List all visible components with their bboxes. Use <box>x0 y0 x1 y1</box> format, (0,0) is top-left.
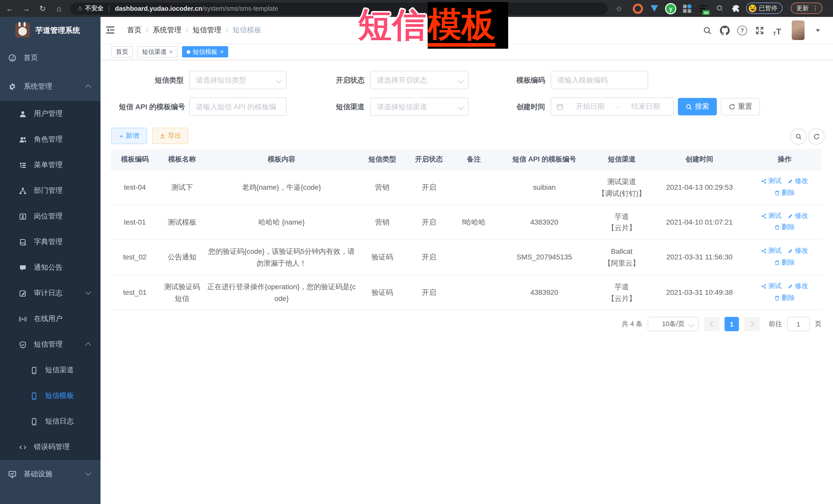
close-icon[interactable]: × <box>220 49 223 55</box>
phone-icon <box>30 417 38 426</box>
extension-list-on-icon[interactable]: on <box>698 3 709 14</box>
sidebar-item-home[interactable]: 首页 <box>0 44 100 72</box>
tab-sms-template[interactable]: 短信模板 × <box>182 46 228 57</box>
sidebar-item-sms[interactable]: 短信管理 <box>0 332 100 357</box>
sms-type-select[interactable] <box>189 71 287 89</box>
table-row: test-04 测试下 老鸡{name}，牛逼{code} 营销 开启 suib… <box>111 170 822 205</box>
user-avatar[interactable] <box>792 21 805 40</box>
sidebar-item-departments[interactable]: 部门管理 <box>0 178 100 203</box>
browser-update-button[interactable]: 更新 ⋮ <box>791 3 823 14</box>
col-template-content: 模板内容 <box>205 149 358 170</box>
browser-reload-button[interactable]: ↻ <box>36 0 49 17</box>
browser-home-button[interactable]: ⌂ <box>52 0 66 17</box>
address-bar[interactable]: ⚠ 不安全 | dashboard.yudao.iocoder.cn /syst… <box>70 2 608 15</box>
extension-green-y-icon[interactable]: y <box>665 3 676 14</box>
emoji-avatar-icon <box>748 4 756 12</box>
export-button[interactable]: 导出 <box>152 128 188 144</box>
app-logo[interactable]: 芋道管理系统 <box>0 17 100 44</box>
text-size-icon[interactable]: TT <box>771 24 783 36</box>
browser-back-button[interactable]: ← <box>3 0 17 17</box>
sidebar-collapse-button[interactable] <box>106 26 115 34</box>
search-icon <box>795 133 802 140</box>
test-link[interactable]: 测试 <box>761 246 782 256</box>
status-select[interactable] <box>370 71 469 89</box>
delete-link[interactable]: 删除 <box>774 222 795 233</box>
refresh-icon <box>729 103 735 110</box>
plus-icon: + <box>119 132 123 140</box>
goto-label: 前往 <box>769 319 782 329</box>
url-path: /system/sms/sms-template <box>202 5 278 12</box>
sidebar-item-sms-template[interactable]: 短信模板 <box>0 383 100 409</box>
extension-orange-ring-icon[interactable] <box>632 3 644 14</box>
sidebar-item-notice[interactable]: 通知公告 <box>0 255 100 281</box>
github-icon[interactable] <box>719 24 731 36</box>
extension-blue-gem-icon[interactable] <box>649 3 660 14</box>
current-page-button[interactable]: 1 <box>724 317 739 331</box>
start-date-placeholder[interactable]: 开始日期 <box>568 102 613 111</box>
system-submenu: 用户管理 角色管理 菜单管理 部门管理 <box>0 101 100 460</box>
help-icon[interactable]: ? <box>736 24 748 36</box>
channel-select[interactable] <box>370 97 469 116</box>
edit-link[interactable]: 修改 <box>788 281 808 292</box>
delete-link[interactable]: 删除 <box>774 187 795 198</box>
bookmark-star-icon[interactable]: ☆ <box>612 0 625 17</box>
close-icon[interactable]: × <box>169 49 173 55</box>
extension-grid-icon[interactable] <box>682 3 693 14</box>
url-divider: | <box>108 5 110 12</box>
sidebar-item-sms-channel[interactable]: 短信渠道 <box>0 357 100 383</box>
sidebar-item-audit-log[interactable]: 审计日志 <box>0 281 100 306</box>
sidebar-item-error-codes[interactable]: 错误码管理 <box>0 434 100 460</box>
sidebar-item-sms-log[interactable]: 短信日志 <box>0 409 100 434</box>
extensions-puzzle-icon[interactable] <box>731 3 742 14</box>
end-date-placeholder[interactable]: 结束日期 <box>623 102 668 111</box>
fullscreen-icon[interactable] <box>754 24 766 36</box>
breadcrumb-system[interactable]: 系统管理 <box>153 26 182 35</box>
sidebar-item-posts[interactable]: 岗位管理 <box>0 203 100 229</box>
test-link[interactable]: 测试 <box>761 176 782 187</box>
tab-home[interactable]: 首页 <box>111 46 133 57</box>
delete-link[interactable]: 删除 <box>774 257 795 268</box>
table-row: test_02 公告通知 您的验证码{code}，该验证码5分钟内有效，请勿泄漏… <box>111 239 822 275</box>
url-domain: dashboard.yudao.iocoder.cn <box>115 5 202 12</box>
pagination-total: 共 4 条 <box>622 319 643 329</box>
search-icon[interactable] <box>701 24 713 36</box>
browser-forward-button[interactable]: → <box>20 0 33 17</box>
reset-button[interactable]: 重置 <box>721 98 760 115</box>
template-code-input[interactable] <box>551 71 648 89</box>
profile-paused-badge[interactable]: 已暂停 <box>746 3 783 14</box>
sidebar-item-users[interactable]: 用户管理 <box>0 101 100 127</box>
sidebar-item-menus[interactable]: 菜单管理 <box>0 152 100 178</box>
page-size-select[interactable]: 10条/页 <box>648 317 699 331</box>
app-title: 芋道管理系统 <box>35 25 80 35</box>
top-navbar: 首页 / 系统管理 / 短信管理 / 短信模板 ? TT <box>100 17 833 44</box>
sidebar-item-roles[interactable]: 角色管理 <box>0 127 100 152</box>
search-button[interactable]: 搜索 <box>678 98 717 115</box>
goto-page-input[interactable] <box>787 317 810 331</box>
sidebar-item-online-users[interactable]: 在线用户 <box>0 306 100 332</box>
tab-sms-channel[interactable]: 短信渠道 × <box>137 46 177 57</box>
menu-tree-icon <box>19 161 27 169</box>
avatar-caret-down-icon[interactable] <box>816 29 820 31</box>
add-button[interactable]: + 新增 <box>111 128 147 144</box>
edit-link[interactable]: 修改 <box>788 211 808 221</box>
toggle-search-button[interactable] <box>790 128 807 145</box>
col-create-time: 创建时间 <box>651 149 747 170</box>
sidebar-item-system[interactable]: 系统管理 <box>0 72 100 101</box>
test-link[interactable]: 测试 <box>761 281 782 292</box>
prev-page-button[interactable] <box>704 317 719 331</box>
browser-menu-kebab-icon[interactable]: ⋮ <box>812 5 818 12</box>
breadcrumb-home[interactable]: 首页 <box>127 26 142 35</box>
sidebar-item-infrastructure[interactable]: 基础设施 <box>0 460 100 488</box>
api-template-id-input[interactable] <box>189 97 287 116</box>
edit-link[interactable]: 修改 <box>788 246 808 256</box>
next-page-button[interactable] <box>744 317 759 331</box>
search-icon <box>686 103 692 110</box>
edit-link[interactable]: 修改 <box>788 176 808 187</box>
delete-link[interactable]: 删除 <box>774 292 795 303</box>
refresh-table-button[interactable] <box>808 128 825 145</box>
test-link[interactable]: 测试 <box>761 211 782 221</box>
create-time-range-picker[interactable]: 开始日期 - 结束日期 <box>551 97 674 116</box>
extension-magnifier-icon[interactable] <box>714 3 725 14</box>
breadcrumb-sms[interactable]: 短信管理 <box>193 26 221 35</box>
sidebar-item-dictionary[interactable]: 字典管理 <box>0 229 100 255</box>
